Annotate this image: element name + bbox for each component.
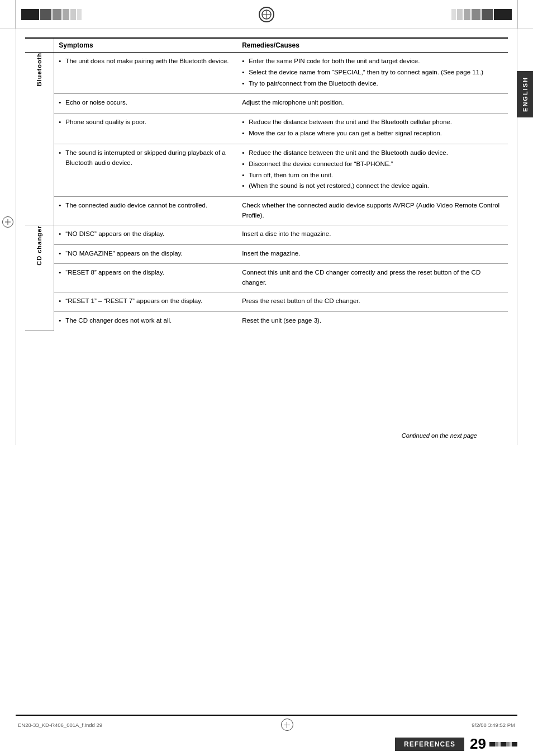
symptom-cell: “NO MAGAZINE” appears on the display.	[54, 244, 237, 264]
remedy-text: Insert the magazine.	[242, 250, 300, 257]
remedy-list: Enter the same PIN code for both the uni…	[242, 56, 503, 88]
cd-changer-label: CD changer	[35, 225, 44, 266]
page-number: 29	[470, 735, 486, 753]
symptom-item: The connected audio device cannot be con…	[59, 201, 233, 211]
remedy-text: Press the reset button of the CD changer…	[242, 297, 360, 304]
symptom-item: “NO MAGAZINE” appears on the display.	[59, 249, 233, 259]
table-row: Echo or noise occurs. Adjust the microph…	[25, 94, 508, 114]
remedy-item: Move the car to a place where you can ge…	[242, 129, 503, 139]
symptoms-header: Symptoms	[54, 38, 237, 53]
remedy-text: Check whether the connected audio device…	[242, 202, 499, 219]
remedy-item: Try to pair/connect from the Bluetooth d…	[242, 79, 503, 89]
remedy-cell: Insert a disc into the magazine.	[237, 225, 508, 244]
table-row: Bluetooth The unit does not make pairing…	[25, 53, 508, 94]
continued-text-area: Continued on the next page	[25, 432, 508, 440]
symptom-cell: “NO DISC” appears on the display.	[54, 225, 237, 244]
symptom-item: Echo or noise occurs.	[59, 98, 233, 108]
center-compass-icon	[259, 7, 274, 22]
table-row: “NO MAGAZINE” appears on the display. In…	[25, 244, 508, 264]
continued-text: Continued on the next page	[402, 432, 477, 439]
remedy-item: Reduce the distance between the unit and…	[242, 148, 503, 158]
table-row: CD changer “NO DISC” appears on the disp…	[25, 225, 508, 244]
remedy-item: Select the device name from “SPECIAL,” t…	[242, 68, 503, 78]
bluetooth-label: Bluetooth	[35, 53, 44, 86]
symptom-list: The sound is interrupted or skipped duri…	[59, 148, 233, 168]
symptom-item: The unit does not make pairing with the …	[59, 56, 233, 67]
symptom-cell: “RESET 1” – “RESET 7” appears on the dis…	[54, 292, 237, 312]
symptom-cell: Phone sound quality is poor.	[54, 114, 237, 144]
table-row: The sound is interrupted or skipped duri…	[25, 144, 508, 196]
troubleshoot-table: Symptoms Remedies/Causes Bluetooth The u…	[25, 37, 508, 331]
remedy-cell: Press the reset button of the CD changer…	[237, 292, 508, 312]
remedy-list: Reduce the distance between the unit and…	[242, 148, 503, 191]
remedies-header: Remedies/Causes	[237, 38, 508, 53]
remedy-text: Insert a disc into the magazine.	[242, 230, 331, 237]
remedy-cell: Reduce the distance between the unit and…	[237, 144, 508, 196]
symptom-cell: The sound is interrupted or skipped duri…	[54, 144, 237, 196]
remedy-cell: Insert the magazine.	[237, 244, 508, 264]
page-body: ENGLISH Symptoms Remedies/Causes	[0, 29, 533, 445]
remedy-item: Turn off, then turn on the unit.	[242, 171, 503, 181]
table-row: Phone sound quality is poor. Reduce the …	[25, 114, 508, 144]
symptom-cell: The CD changer does not work at all.	[54, 311, 237, 330]
symptom-item: “RESET 1” – “RESET 7” appears on the dis…	[59, 296, 233, 306]
symptom-item: Phone sound quality is poor.	[59, 117, 233, 127]
table-row: The CD changer does not work at all. Res…	[25, 311, 508, 330]
symptom-list: The CD changer does not work at all.	[59, 316, 233, 326]
footer: EN28-33_KD-R406_001A_f.indd 29 9/2/08 3:…	[0, 715, 533, 756]
footer-center	[281, 719, 293, 731]
cd-changer-section-label-cell: CD changer	[25, 225, 54, 330]
table-container: Symptoms Remedies/Causes Bluetooth The u…	[0, 29, 533, 445]
top-decorative-bar	[0, 0, 533, 29]
table-row: “RESET 8” appears on the display. Connec…	[25, 264, 508, 292]
references-bar: REFERENCES 29	[16, 734, 517, 756]
symptom-item: The sound is interrupted or skipped duri…	[59, 148, 233, 168]
remedy-item: Enter the same PIN code for both the uni…	[242, 56, 503, 67]
bottom-compass-icon	[281, 719, 293, 731]
remedy-cell: Connect this unit and the CD changer cor…	[237, 264, 508, 292]
remedy-text: Connect this unit and the CD changer cor…	[242, 269, 480, 286]
symptom-cell: The unit does not make pairing with the …	[54, 53, 237, 94]
references-badge: REFERENCES	[395, 738, 464, 751]
symptom-cell: “RESET 8” appears on the display.	[54, 264, 237, 292]
section-col-header	[25, 38, 54, 53]
table-row: The connected audio device cannot be con…	[25, 197, 508, 225]
remedy-cell: Reduce the distance between the unit and…	[237, 114, 508, 144]
remedy-cell: Reset the unit (see page 3).	[237, 311, 508, 330]
bluetooth-section-label-cell: Bluetooth	[25, 53, 54, 225]
remedy-cell: Adjust the microphone unit position.	[237, 94, 508, 114]
symptom-list: Phone sound quality is poor.	[59, 117, 233, 127]
remedy-item: Reduce the distance between the unit and…	[242, 117, 503, 127]
remedy-text: Reset the unit (see page 3).	[242, 317, 321, 324]
table-row: “RESET 1” – “RESET 7” appears on the dis…	[25, 292, 508, 312]
symptom-list: “RESET 8” appears on the display.	[59, 268, 233, 278]
remedy-cell: Check whether the connected audio device…	[237, 197, 508, 225]
symptom-list: The connected audio device cannot be con…	[59, 201, 233, 211]
symptom-item: The CD changer does not work at all.	[59, 316, 233, 326]
symptom-list: Echo or noise occurs.	[59, 98, 233, 108]
symptom-list: “RESET 1” – “RESET 7” appears on the dis…	[59, 296, 233, 306]
remedy-item: (When the sound is not yet restored,) co…	[242, 181, 503, 191]
symptom-cell: Echo or noise occurs.	[54, 94, 237, 114]
symptom-list: The unit does not make pairing with the …	[59, 56, 233, 67]
remedy-list: Reduce the distance between the unit and…	[242, 117, 503, 139]
remedy-text: Adjust the microphone unit position.	[242, 99, 344, 106]
remedy-item: Disconnect the device connected for “BT-…	[242, 159, 503, 169]
symptom-list: “NO MAGAZINE” appears on the display.	[59, 249, 233, 259]
footer-file-info: EN28-33_KD-R406_001A_f.indd 29	[18, 722, 102, 728]
symptom-item: “RESET 8” appears on the display.	[59, 268, 233, 278]
symptom-item: “NO DISC” appears on the display.	[59, 229, 233, 239]
remedy-cell: Enter the same PIN code for both the uni…	[237, 53, 508, 94]
footer-timestamp: 9/2/08 3:49:52 PM	[472, 722, 515, 728]
symptom-cell: The connected audio device cannot be con…	[54, 197, 237, 225]
symptom-list: “NO DISC” appears on the display.	[59, 229, 233, 239]
